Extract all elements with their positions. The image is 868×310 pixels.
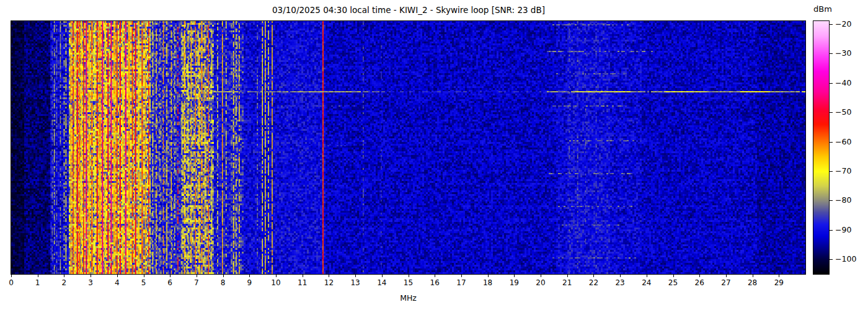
x-tick-label: 20	[528, 278, 553, 287]
spectrogram-figure: 03/10/2025 04:30 local time - KIWI_2 - S…	[0, 0, 868, 310]
x-tick	[409, 275, 409, 277]
x-tick	[461, 275, 462, 277]
x-tick	[11, 275, 12, 277]
x-tick-label: 22	[581, 278, 606, 287]
colorbar-frame	[813, 20, 830, 275]
x-tick-label: 24	[634, 278, 659, 287]
colorbar-tick	[830, 200, 833, 201]
x-tick-label: 3	[78, 278, 103, 287]
x-tick-label: 28	[740, 278, 765, 287]
x-tick	[249, 275, 250, 277]
x-tick	[276, 275, 277, 277]
x-tick-label: 13	[343, 278, 368, 287]
x-tick-label: 12	[316, 278, 341, 287]
x-tick	[514, 275, 515, 277]
x-tick	[435, 275, 435, 277]
x-tick	[38, 275, 38, 277]
x-tick-label: 8	[211, 278, 236, 287]
x-tick-label: 2	[51, 278, 76, 287]
waterfall-heatmap-canvas	[11, 21, 805, 274]
colorbar-tick	[830, 142, 833, 143]
x-tick-label: 25	[661, 278, 686, 287]
x-tick	[620, 275, 621, 277]
x-tick	[647, 275, 647, 277]
colorbar-tick-label: −100	[835, 254, 856, 264]
colorbar-tick-label: −40	[835, 78, 851, 88]
x-tick	[673, 275, 674, 277]
x-tick	[144, 275, 144, 277]
x-tick-label: 1	[25, 278, 50, 287]
x-tick	[303, 275, 303, 277]
x-tick	[91, 275, 91, 277]
x-tick	[567, 275, 568, 277]
x-tick	[779, 275, 779, 277]
colorbar-tick	[830, 230, 833, 231]
waterfall-plot-frame	[11, 20, 806, 275]
x-tick-label: 4	[105, 278, 130, 287]
x-tick-label: 29	[766, 278, 791, 287]
x-tick	[64, 275, 64, 277]
colorbar-tick-label: −60	[835, 137, 851, 147]
x-tick-label: 6	[157, 278, 182, 287]
x-tick-label: 23	[608, 278, 632, 287]
colorbar-gradient-canvas	[813, 21, 829, 274]
colorbar-tick-label: −90	[835, 225, 851, 235]
colorbar-tick	[830, 83, 833, 84]
x-tick	[223, 275, 224, 277]
colorbar-tick	[830, 259, 833, 260]
x-tick	[753, 275, 753, 277]
x-tick-label: 17	[449, 278, 474, 287]
chart-title: 03/10/2025 04:30 local time - KIWI_2 - S…	[0, 5, 817, 15]
colorbar-tick-label: −20	[835, 19, 851, 29]
colorbar-tick-label: −80	[835, 195, 851, 205]
x-tick-label: 27	[714, 278, 738, 287]
x-tick	[488, 275, 489, 277]
x-tick	[726, 275, 727, 277]
x-tick-label: 16	[422, 278, 447, 287]
x-tick-label: 14	[370, 278, 394, 287]
x-tick-label: 21	[555, 278, 580, 287]
x-tick	[382, 275, 383, 277]
x-tick	[541, 275, 541, 277]
colorbar-tick	[830, 53, 833, 54]
colorbar-tick-label: −50	[835, 107, 851, 117]
x-tick	[699, 275, 700, 277]
x-tick-label: 7	[184, 278, 209, 287]
x-tick	[329, 275, 329, 277]
colorbar-tick	[830, 112, 833, 113]
x-tick	[355, 275, 356, 277]
x-tick-label: 10	[264, 278, 288, 287]
colorbar-tick-label: −70	[835, 166, 851, 176]
x-axis-label: MHz	[11, 293, 806, 303]
colorbar-tick	[830, 171, 833, 172]
x-tick-label: 5	[131, 278, 156, 287]
x-tick-label: 9	[237, 278, 262, 287]
x-tick	[117, 275, 118, 277]
colorbar-unit-label: dBm	[806, 4, 839, 14]
x-tick-label: 19	[502, 278, 526, 287]
x-tick-label: 11	[290, 278, 315, 287]
x-tick	[593, 275, 594, 277]
x-tick	[197, 275, 197, 277]
colorbar-tick	[830, 24, 833, 25]
x-tick-label: 18	[476, 278, 500, 287]
colorbar-tick-label: −30	[835, 48, 851, 58]
x-tick-label: 0	[0, 278, 24, 287]
x-tick-label: 26	[687, 278, 712, 287]
x-tick-label: 15	[396, 278, 421, 287]
x-tick	[170, 275, 170, 277]
